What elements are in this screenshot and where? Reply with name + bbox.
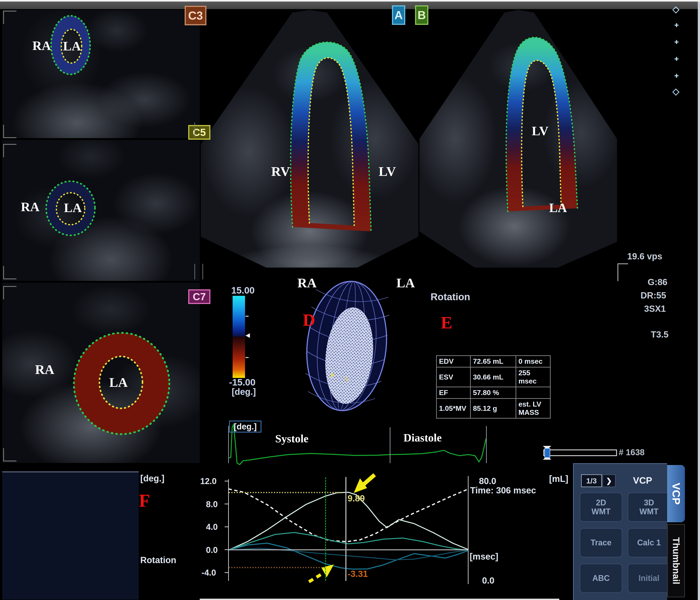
peak-value: 9.89: [348, 494, 365, 503]
ecg-trace: [229, 425, 486, 464]
ytick-neg4: -4.0: [202, 568, 216, 578]
table-row: EDV 72.65 mL 0 msec: [436, 356, 550, 367]
table-row: ESV 30.66 mL 255 msec: [436, 367, 550, 387]
c3-ra-label: RA: [32, 38, 51, 53]
panel-corner-bracket: [3, 266, 17, 279]
chart-y-axis: [228, 479, 229, 581]
c3-la-label: LA: [63, 39, 81, 53]
colorbar-unit: [deg.]: [232, 387, 256, 397]
volume-max-label: 80.0: [479, 476, 496, 486]
c7-ra-label: RA: [35, 362, 54, 377]
initial-button[interactable]: Initial: [628, 563, 670, 593]
colorbar-tick-lower: [246, 357, 249, 358]
rotation-section-title: Rotation: [430, 291, 470, 303]
table-row: 1.05*MV 85.12 g est. LV MASS: [436, 399, 550, 418]
panel-divider-tick: [194, 123, 195, 137]
depth-marker-plus-icon: ✚: [674, 39, 679, 45]
section-letter-d: D: [303, 310, 315, 330]
table-row: EF 57.80 %: [436, 387, 550, 399]
colorbar-scale-negative: [232, 337, 245, 378]
mesh-marker-l: L: [345, 375, 349, 382]
panel-divider-tick: [202, 264, 203, 279]
pager-label: 1/3: [586, 477, 597, 485]
right-edge-strip: [698, 2, 700, 600]
colorbar-max: 15.00: [231, 285, 255, 296]
pager-box[interactable]: 1/3: [581, 474, 602, 487]
ecg-unit-badge[interactable]: [deg.]: [229, 421, 261, 433]
thermal-index-readout: T3.5: [651, 330, 669, 339]
badge-c3[interactable]: C3: [185, 6, 206, 25]
badge-c5[interactable]: C5: [188, 125, 210, 140]
ytick-mark: [225, 504, 228, 504]
chart-zero-line: [229, 549, 468, 550]
panel-corner-bracket: [3, 125, 17, 138]
panel-corner-bracket: [3, 144, 17, 157]
chart-unit-label: [deg.]: [140, 474, 165, 483]
a-rv-label: RV: [271, 164, 290, 179]
volume-min-label: 0.0: [482, 576, 495, 585]
depth-marker-plus-icon: ✚: [674, 73, 679, 79]
b-lv-label: LV: [532, 123, 548, 138]
panel-corner-bracket: [3, 11, 17, 24]
probe-readout: 3SX1: [644, 304, 666, 314]
frame-number: # 1638: [619, 448, 645, 457]
calc1-button[interactable]: Calc 1: [628, 528, 670, 557]
abc-button[interactable]: ABC: [580, 563, 622, 593]
2d-wmt-button[interactable]: 2D WMT: [580, 493, 622, 522]
trough-reference-line: [229, 567, 325, 568]
vcp-panel-title: VCP: [633, 475, 652, 486]
badge-c7[interactable]: C7: [188, 289, 210, 304]
time-cursor-readout: Time: 306 msec: [470, 485, 536, 496]
panel-divider-tick: [194, 264, 195, 279]
depth-marker-diamond-top-icon: ◇: [673, 4, 679, 14]
vps-readout: 19.6 vps: [627, 251, 662, 261]
tab-thumbnail[interactable]: Thumbnail: [667, 524, 685, 597]
c7-la-label: LA: [109, 375, 128, 390]
badge-a[interactable]: A: [392, 5, 405, 25]
chart-right-axis: [468, 476, 469, 584]
section-letter-f: F: [139, 490, 150, 511]
a-la-label: LA: [396, 275, 415, 291]
mesh-marker-p: P: [331, 372, 334, 379]
peak-reference-line: [229, 492, 342, 493]
pager-next-button[interactable]: ❯: [602, 474, 616, 487]
colorbar-marker-icon[interactable]: ◀: [246, 332, 250, 339]
ytick-8: 8.0: [206, 500, 218, 509]
systole-label: Systole: [275, 432, 308, 445]
a-lv-label: LV: [379, 164, 396, 179]
tab-vcp[interactable]: VCP: [667, 465, 685, 522]
gain-readout: G:86: [648, 277, 667, 287]
ytick-mark: [225, 572, 228, 573]
ytick-0: 0.0: [206, 545, 218, 555]
chevron-right-icon: ❯: [606, 477, 612, 485]
lv-wall-trace-a: [291, 42, 371, 232]
frame-slider-handle[interactable]: [544, 446, 550, 460]
measurement-table: EDV 72.65 mL 0 msec ESV 30.66 mL 255 mse…: [436, 355, 551, 418]
panel-corner-bracket: [3, 448, 17, 461]
ecg-left-boundary: [228, 426, 229, 463]
image-corner-bracket: [618, 263, 628, 281]
3d-wmt-button[interactable]: 3D WMT: [628, 493, 670, 522]
ytick-mark: [225, 481, 228, 481]
time-cursor-line[interactable]: [345, 477, 346, 581]
ecg-mid-divider: [390, 427, 391, 463]
x-unit-label: [msec]: [470, 552, 498, 561]
ecg-right-boundary: [486, 426, 487, 463]
ytick-4: 4.0: [206, 522, 218, 532]
ecg-unit-text: [deg.]: [234, 422, 256, 431]
colorbar-tick-upper: [246, 316, 249, 317]
peak-arrow-icon: [354, 475, 375, 493]
ytick-mark: [225, 549, 228, 550]
panel-corner-bracket: [3, 286, 17, 299]
badge-b[interactable]: B: [415, 5, 428, 25]
dynamic-range-readout: DR:55: [641, 290, 666, 301]
frame-slider[interactable]: [543, 450, 617, 456]
ytick-mark: [225, 527, 228, 527]
section-letter-e: E: [441, 313, 452, 333]
thumbnail-placeholder-panel: [2, 471, 139, 600]
c5-la-label: LA: [64, 200, 82, 215]
echo-workstation-screen: C3 C5 C7 A B RA LA RA LA RA LA RV LV RA …: [0, 0, 700, 600]
trace-button[interactable]: Trace: [580, 528, 622, 557]
colorbar-scale: [232, 296, 245, 337]
lv-3d-mesh-model: [301, 277, 393, 414]
